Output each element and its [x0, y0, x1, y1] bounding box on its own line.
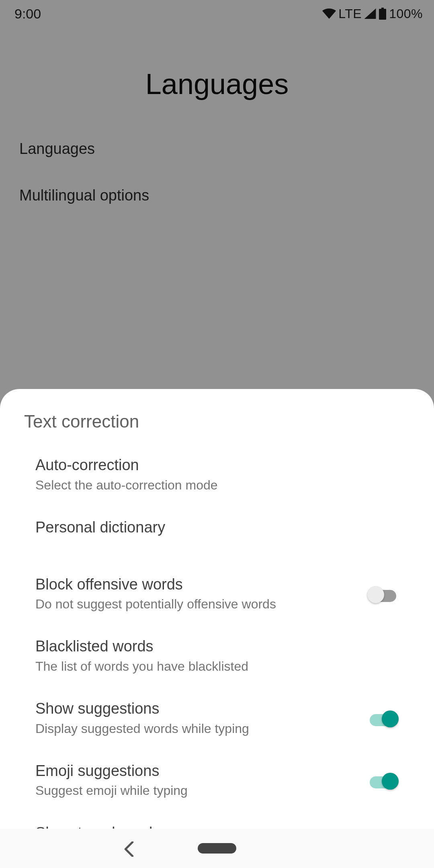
item-title: Personal dictionary: [35, 518, 386, 537]
item-show-typed-word[interactable]: Show typed word Always show the word you…: [0, 811, 434, 829]
item-emoji-suggestions[interactable]: Emoji suggestions Suggest emoji while ty…: [0, 749, 434, 812]
switch-emoji-suggestions[interactable]: [367, 772, 399, 789]
switch-show-suggestions[interactable]: [367, 709, 399, 727]
item-title: Show typed word: [35, 823, 354, 829]
sheet-title: Text correction: [0, 402, 434, 444]
item-subtitle: The list of words you have blacklisted: [35, 658, 386, 675]
item-block-offensive-words[interactable]: Block offensive words Do not suggest pot…: [0, 563, 434, 625]
item-title: Show suggestions: [35, 699, 354, 719]
back-icon[interactable]: [124, 841, 134, 857]
system-navigation-bar: [0, 829, 434, 868]
item-personal-dictionary[interactable]: Personal dictionary: [0, 506, 434, 549]
switch-block-offensive-words[interactable]: [367, 585, 399, 603]
item-subtitle: Do not suggest potentially offensive wor…: [35, 596, 354, 613]
home-gesture-pill[interactable]: [198, 843, 236, 854]
item-subtitle: Suggest emoji while typing: [35, 782, 354, 799]
item-title: Blacklisted words: [35, 637, 386, 656]
item-title: Auto-correction: [35, 456, 386, 475]
item-title: Emoji suggestions: [35, 762, 354, 781]
settings-list: Auto-correction Select the auto-correcti…: [0, 444, 434, 829]
item-subtitle: Select the auto-correction mode: [35, 477, 386, 494]
item-title: Block offensive words: [35, 575, 354, 594]
item-auto-correction[interactable]: Auto-correction Select the auto-correcti…: [0, 444, 434, 506]
item-subtitle: Display suggested words while typing: [35, 720, 354, 737]
text-correction-bottom-sheet: Text correction Auto-correction Select t…: [0, 389, 434, 829]
item-show-suggestions[interactable]: Show suggestions Display suggested words…: [0, 687, 434, 749]
item-blacklisted-words[interactable]: Blacklisted words The list of words you …: [0, 625, 434, 687]
